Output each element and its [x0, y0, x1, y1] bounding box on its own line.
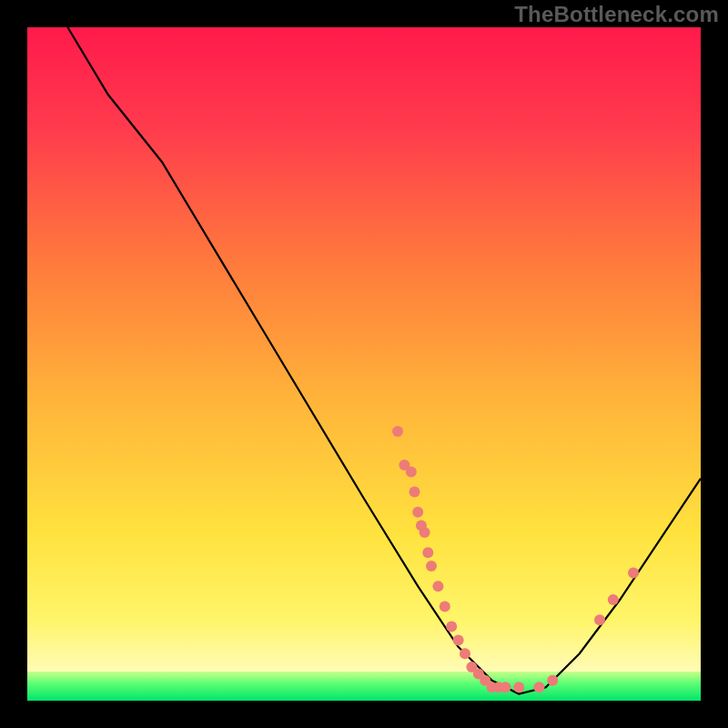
plot-svg: [27, 27, 701, 701]
data-point: [410, 487, 420, 498]
data-point: [392, 426, 403, 437]
data-point: [453, 634, 464, 645]
data-point: [533, 682, 544, 693]
data-point: [513, 682, 524, 693]
gradient-bg: [27, 27, 701, 701]
data-point: [460, 648, 470, 659]
data-point: [432, 581, 443, 592]
data-point: [547, 675, 558, 686]
data-point: [594, 614, 605, 625]
watermark-text: TheBottleneck.com: [514, 2, 719, 27]
plot-area: [27, 27, 701, 701]
data-point: [608, 594, 619, 605]
green-band: [27, 672, 701, 701]
data-point: [500, 682, 511, 693]
data-point: [440, 601, 450, 612]
data-point: [420, 527, 430, 538]
data-point: [628, 567, 639, 578]
data-point: [412, 507, 423, 518]
data-point: [406, 466, 417, 477]
chart-root: TheBottleneck.com: [0, 0, 728, 728]
data-point: [422, 547, 433, 558]
data-point: [446, 622, 457, 632]
data-point: [426, 561, 437, 571]
